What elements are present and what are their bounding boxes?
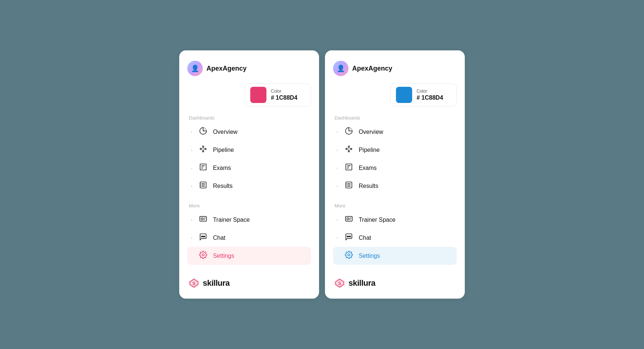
- svg-point-3: [202, 151, 204, 152]
- chat-icon-right: [344, 233, 354, 243]
- trainer-icon-left: [198, 215, 208, 225]
- svg-point-28: [350, 148, 352, 150]
- chat-icon-left: [198, 233, 208, 243]
- nav-item-pipeline-left[interactable]: › Pipeline: [187, 141, 311, 159]
- org-name-right: ApexAgency: [352, 65, 392, 72]
- nav-item-pipeline-right[interactable]: › Pipeline: [333, 141, 457, 159]
- svg-text:S: S: [192, 281, 195, 286]
- skillura-text-left: skillura: [203, 278, 230, 288]
- nav-dashboards-right: › Overview › Pipeline: [333, 123, 457, 195]
- color-info-right: Color # 1C88D4: [417, 89, 443, 101]
- color-value-right: # 1C88D4: [417, 95, 443, 101]
- nav-item-exams-left[interactable]: › Exams: [187, 159, 311, 177]
- nav-text-results-left: Results: [213, 183, 233, 189]
- svg-point-45: [348, 236, 349, 237]
- color-box-wrapper-right: Color # 1C88D4: [333, 83, 457, 106]
- svg-point-0: [200, 148, 201, 150]
- nav-item-results-right[interactable]: › Results: [333, 177, 457, 195]
- color-info-left: Color # 1C88D4: [271, 89, 297, 101]
- left-panel: 👤 ApexAgency Color # 1C88D4 Dashboards ›: [179, 50, 319, 299]
- avatar-left: 👤: [187, 61, 203, 76]
- color-label-left: Color: [271, 89, 297, 94]
- section-more-left: More: [187, 203, 311, 209]
- footer-right: S skillura: [333, 268, 457, 290]
- nav-text-overview-right: Overview: [359, 129, 383, 135]
- nav-text-results-right: Results: [359, 183, 378, 189]
- nav-item-overview-left[interactable]: › Overview: [187, 123, 311, 141]
- svg-point-19: [202, 236, 204, 237]
- nav-item-settings-right[interactable]: › Settings: [333, 247, 457, 265]
- section-more-right: More: [333, 203, 457, 209]
- chevron-pipeline-left: ›: [191, 148, 192, 152]
- svg-point-1: [202, 146, 204, 147]
- svg-point-29: [348, 151, 350, 152]
- chevron-overview-right: ›: [337, 130, 338, 134]
- section-dashboards-left: Dashboards: [187, 115, 311, 121]
- right-header: 👤 ApexAgency: [333, 61, 457, 76]
- nav-text-overview-left: Overview: [213, 129, 238, 135]
- nav-item-exams-right[interactable]: › Exams: [333, 159, 457, 177]
- nav-item-trainer-right[interactable]: › Trainer Space: [333, 211, 457, 229]
- settings-icon-right: [344, 251, 354, 261]
- spacer-left: [187, 198, 311, 202]
- pipeline-icon-right: [344, 145, 354, 155]
- chevron-trainer-right: ›: [337, 218, 338, 222]
- trainer-icon-right: [344, 215, 354, 225]
- skillura-logo-icon-right: S: [333, 277, 346, 290]
- nav-item-chat-left[interactable]: › Chat: [187, 229, 311, 247]
- overview-icon-right: [344, 127, 354, 137]
- nav-item-settings-left[interactable]: › Settings: [187, 247, 311, 265]
- results-icon-left: [198, 181, 208, 191]
- org-name-left: ApexAgency: [206, 65, 247, 72]
- nav-item-trainer-left[interactable]: › Trainer Space: [187, 211, 311, 229]
- skillura-logo-icon-left: S: [187, 277, 201, 290]
- nav-text-pipeline-left: Pipeline: [213, 147, 234, 153]
- color-label-right: Color: [417, 89, 443, 94]
- svg-point-27: [348, 146, 350, 147]
- nav-text-chat-right: Chat: [359, 235, 371, 241]
- chevron-chat-right: ›: [337, 236, 338, 240]
- overview-icon-left: [198, 127, 208, 137]
- skillura-logo-left: S skillura: [187, 277, 230, 290]
- svg-point-21: [204, 236, 205, 237]
- nav-text-trainer-right: Trainer Space: [359, 217, 396, 223]
- spacer-right: [333, 198, 457, 202]
- nav-text-exams-left: Exams: [213, 165, 231, 171]
- nav-item-results-left[interactable]: › Results: [187, 177, 311, 195]
- color-box-left[interactable]: Color # 1C88D4: [245, 83, 311, 106]
- chevron-pipeline-right: ›: [337, 148, 338, 152]
- nav-more-left: › Trainer Space ›: [187, 211, 311, 265]
- panels-wrapper: 👤 ApexAgency Color # 1C88D4 Dashboards ›: [179, 50, 465, 299]
- svg-point-22: [202, 254, 204, 256]
- color-value-left: # 1C88D4: [271, 95, 297, 101]
- skillura-logo-right: S skillura: [333, 277, 375, 290]
- color-swatch-left: [250, 87, 266, 103]
- nav-text-settings-left: Settings: [213, 253, 234, 259]
- svg-point-47: [350, 236, 351, 237]
- svg-point-42: [347, 218, 349, 220]
- svg-point-16: [201, 218, 203, 220]
- right-panel: 👤 ApexAgency Color # 1C88D4 Dashboards ›: [325, 50, 465, 299]
- nav-more-right: › Trainer Space ›: [333, 211, 457, 265]
- exams-icon-left: [198, 163, 208, 173]
- nav-text-trainer-left: Trainer Space: [213, 217, 250, 223]
- settings-icon-left: [198, 251, 208, 261]
- svg-point-2: [205, 148, 206, 150]
- color-box-wrapper-left: Color # 1C88D4: [187, 83, 311, 106]
- chevron-trainer-left: ›: [191, 218, 192, 222]
- svg-point-46: [347, 236, 348, 237]
- nav-text-exams-right: Exams: [359, 165, 377, 171]
- color-box-right[interactable]: Color # 1C88D4: [390, 83, 457, 106]
- footer-left: S skillura: [187, 268, 311, 290]
- nav-text-settings-right: Settings: [359, 253, 380, 259]
- chevron-exams-left: ›: [191, 166, 192, 170]
- left-header: 👤 ApexAgency: [187, 61, 311, 76]
- color-swatch-right: [396, 87, 412, 103]
- chevron-overview-left: ›: [191, 130, 192, 134]
- pipeline-icon-left: [198, 145, 208, 155]
- nav-item-overview-right[interactable]: › Overview: [333, 123, 457, 141]
- avatar-right: 👤: [333, 61, 348, 76]
- nav-item-chat-right[interactable]: › Chat: [333, 229, 457, 247]
- section-dashboards-right: Dashboards: [333, 115, 457, 121]
- results-icon-right: [344, 181, 354, 191]
